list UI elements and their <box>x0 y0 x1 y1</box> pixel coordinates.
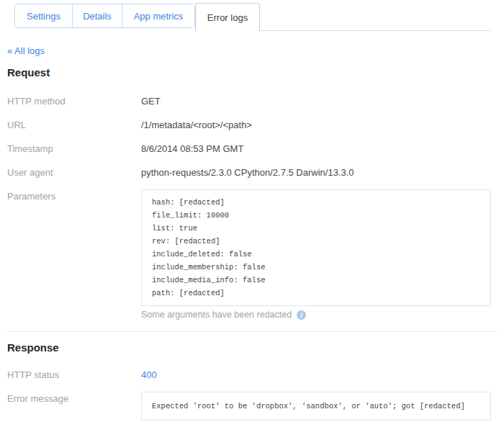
parameters-code-box: hash: [redacted] file_limit: 10000 list:… <box>141 189 491 306</box>
error-log-detail-page: Settings Details App metrics Error logs … <box>0 0 504 422</box>
tab-error-logs[interactable]: Error logs <box>195 3 260 31</box>
http-status-link[interactable]: 400 <box>141 368 157 382</box>
code-line: list: true <box>152 222 480 235</box>
code-line: include_media_info: false <box>152 274 480 287</box>
code-line: Expected 'root' to be 'dropbox', 'sandbo… <box>152 400 480 413</box>
field-http-status: HTTP status 400 <box>7 368 491 382</box>
tab-settings[interactable]: Settings <box>15 4 72 27</box>
response-section-title: Response <box>7 341 491 354</box>
field-value: 8/6/2014 08:53 PM GMT <box>141 142 243 156</box>
code-line: file_limit: 10000 <box>152 209 480 222</box>
field-value: GET <box>141 94 161 108</box>
field-user-agent: User agent python-requests/2.3.0 CPython… <box>7 166 491 179</box>
inactive-tab-group: Settings Details App metrics <box>14 4 195 28</box>
code-line: include_deleted: false <box>152 248 480 261</box>
field-label: Timestamp <box>7 142 141 156</box>
section-divider <box>6 331 498 332</box>
field-http-method: HTTP method GET <box>7 94 491 108</box>
field-timestamp: Timestamp 8/6/2014 08:53 PM GMT <box>7 142 491 156</box>
tab-app-metrics[interactable]: App metrics <box>122 4 194 27</box>
code-line: include_membership: false <box>152 261 480 274</box>
code-line: hash: [redacted] <box>152 196 480 209</box>
field-value: /1/metadata/<root>/<path> <box>141 118 252 132</box>
info-icon[interactable]: i <box>297 310 306 320</box>
field-label: HTTP method <box>7 94 141 108</box>
field-error-message: Error message Expected 'root' to be 'dro… <box>7 392 491 422</box>
field-label: HTTP status <box>7 368 141 382</box>
code-line: path: [redacted] <box>152 287 480 300</box>
error-message-code-box: Expected 'root' to be 'dropbox', 'sandbo… <box>141 392 491 421</box>
field-value: python-requests/2.3.0 CPython/2.7.5 Darw… <box>141 166 354 179</box>
request-fields: HTTP method GET URL /1/metadata/<root>/<… <box>7 94 491 320</box>
all-logs-back-link[interactable]: « All logs <box>7 45 45 56</box>
request-section-title: Request <box>7 66 491 78</box>
redaction-note: Some arguments have been redacted i <box>141 310 491 320</box>
field-label: User agent <box>7 166 141 179</box>
tabbar-baseline <box>260 30 491 31</box>
redaction-note-text: Some arguments have been redacted <box>141 310 292 320</box>
field-url: URL /1/metadata/<root>/<path> <box>7 118 491 132</box>
tab-details[interactable]: Details <box>72 4 122 27</box>
field-label: Parameters <box>7 189 141 203</box>
field-label: Error message <box>7 392 141 405</box>
response-fields: HTTP status 400 Error message Expected '… <box>7 368 491 422</box>
field-parameters: Parameters hash: [redacted] file_limit: … <box>7 189 491 320</box>
code-line: rev: [redacted] <box>152 235 480 248</box>
tab-bar: Settings Details App metrics Error logs <box>7 0 491 31</box>
field-label: URL <box>7 118 141 132</box>
